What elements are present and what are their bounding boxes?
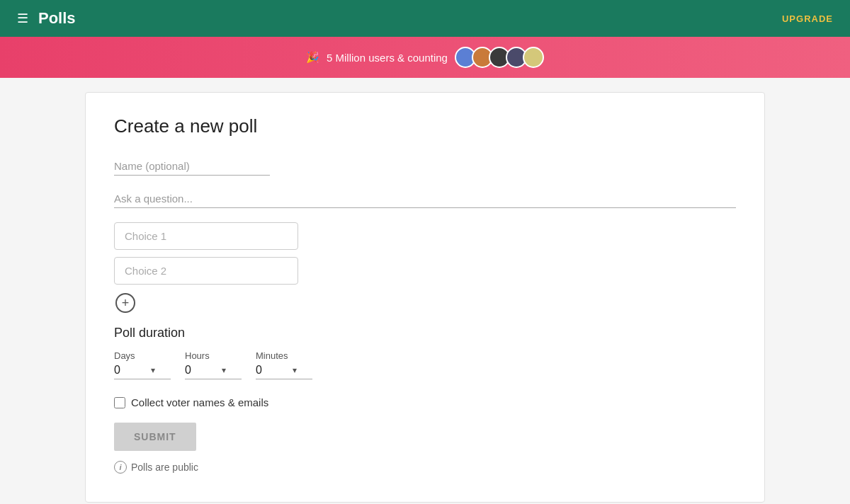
plus-icon: + — [115, 293, 135, 313]
days-label: Days — [114, 350, 171, 361]
minutes-select[interactable]: 0 15 30 45 — [256, 364, 291, 376]
public-notice-text: Polls are public — [131, 462, 198, 473]
choices-section: + — [114, 222, 736, 314]
main-content: Create a new poll + Poll duration Days — [0, 78, 850, 504]
duration-title: Poll duration — [114, 326, 736, 340]
question-input[interactable] — [114, 190, 736, 208]
hours-group: Hours 0 1 6 12 23 ▾ — [185, 350, 242, 379]
collect-voter-label[interactable]: Collect voter names & emails — [131, 396, 268, 408]
upgrade-button[interactable]: UPGRADE — [782, 13, 833, 24]
minutes-group: Minutes 0 15 30 45 ▾ — [256, 350, 312, 379]
banner-emoji: 🎉 — [306, 51, 319, 64]
duration-row: Days 0 1 2 3 7 ▾ Hours — [114, 350, 736, 379]
submit-button[interactable]: SUBMIT — [114, 423, 196, 451]
poll-card: Create a new poll + Poll duration Days — [85, 92, 765, 503]
days-select[interactable]: 0 1 2 3 7 — [114, 364, 149, 376]
avatar-stack — [455, 47, 544, 68]
avatar — [523, 47, 544, 68]
public-notice: i Polls are public — [114, 461, 736, 474]
minutes-label: Minutes — [256, 350, 312, 361]
chevron-down-icon: ▾ — [293, 365, 297, 375]
chevron-down-icon: ▾ — [222, 365, 226, 375]
collect-voter-row: Collect voter names & emails — [114, 396, 736, 408]
app-title: Polls — [38, 9, 76, 28]
choice-2-input[interactable] — [114, 257, 298, 285]
hours-label: Hours — [185, 350, 242, 361]
question-field-group — [114, 190, 736, 208]
name-input[interactable] — [114, 157, 270, 176]
name-field-group — [114, 157, 736, 176]
duration-section: Poll duration Days 0 1 2 3 7 ▾ — [114, 326, 736, 379]
days-select-wrap: 0 1 2 3 7 ▾ — [114, 364, 171, 379]
minutes-select-wrap: 0 15 30 45 ▾ — [256, 364, 312, 379]
collect-voter-checkbox[interactable] — [114, 397, 125, 408]
hours-select-wrap: 0 1 6 12 23 ▾ — [185, 364, 242, 379]
hamburger-icon[interactable]: ☰ — [17, 11, 28, 26]
banner-text: 5 Million users & counting — [327, 52, 448, 64]
page-title: Create a new poll — [114, 115, 736, 137]
days-group: Days 0 1 2 3 7 ▾ — [114, 350, 171, 379]
promo-banner: 🎉 5 Million users & counting — [0, 37, 850, 78]
choice-1-input[interactable] — [114, 222, 298, 250]
hours-select[interactable]: 0 1 6 12 23 — [185, 364, 220, 376]
info-icon: i — [114, 461, 127, 474]
chevron-down-icon: ▾ — [151, 365, 155, 375]
app-header: ☰ Polls UPGRADE — [0, 0, 850, 37]
header-left: ☰ Polls — [17, 9, 76, 28]
add-choice-button[interactable]: + — [114, 292, 137, 314]
